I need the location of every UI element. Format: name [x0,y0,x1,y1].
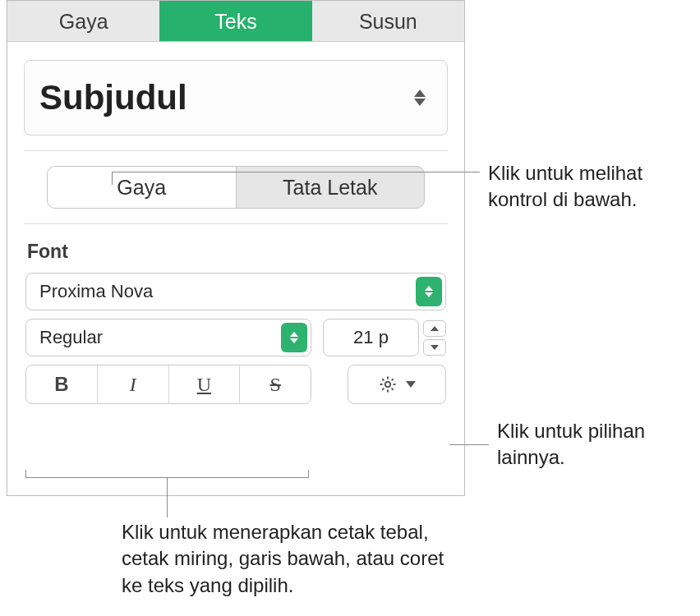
font-size-stepper-buttons [423,320,446,356]
inner-tab-tata-letak[interactable]: Tata Letak [237,167,425,208]
chevron-down-icon [406,381,416,388]
inner-tab-gaya[interactable]: Gaya [48,167,237,208]
callout-connector [112,172,113,185]
font-family-select[interactable]: Proxima Nova [25,273,446,310]
font-family-value: Proxima Nova [39,281,153,302]
tab-teks[interactable]: Teks [159,1,311,41]
top-tabs: Gaya Teks Susun [7,1,464,42]
font-size-field[interactable]: 21 p [323,319,419,356]
callout-gear: Klik untuk pilihan lainnya. [497,418,686,471]
callout-connector [449,444,489,445]
text-style-group: B I U S [25,365,311,404]
callout-connector [112,172,480,172]
chevron-updown-icon [411,85,429,111]
bold-button[interactable]: B [26,365,98,403]
font-size-stepper: 21 p [323,319,446,356]
font-weight-value: Regular [39,327,103,348]
callout-inner-tabs: Klik untuk melihat kontrol di bawah. [488,160,693,214]
chevron-updown-icon [416,277,442,306]
underline-button[interactable]: U [169,365,241,403]
svg-point-0 [385,382,390,387]
divider [24,223,448,224]
callout-connector [167,478,168,517]
font-size-decrease-button[interactable] [423,339,446,356]
gear-icon [378,375,398,394]
font-section-label: Font [27,241,464,263]
callout-bracket [25,470,309,478]
tab-susun[interactable]: Susun [312,1,464,41]
chevron-updown-icon [281,323,307,352]
divider [24,150,448,151]
callout-bius: Klik untuk menerapkan cetak tebal, cetak… [122,519,450,599]
font-weight-select[interactable]: Regular [25,319,311,356]
strikethrough-button[interactable]: S [240,365,311,403]
italic-button[interactable]: I [98,365,169,403]
advanced-options-button[interactable] [348,365,446,404]
tab-gaya[interactable]: Gaya [7,1,159,41]
paragraph-style-value: Subjudul [39,78,187,117]
paragraph-style-dropdown[interactable]: Subjudul [24,60,448,136]
format-inspector-panel: Gaya Teks Susun Subjudul Gaya Tata Letak… [7,0,465,496]
font-size-increase-button[interactable] [423,320,446,337]
